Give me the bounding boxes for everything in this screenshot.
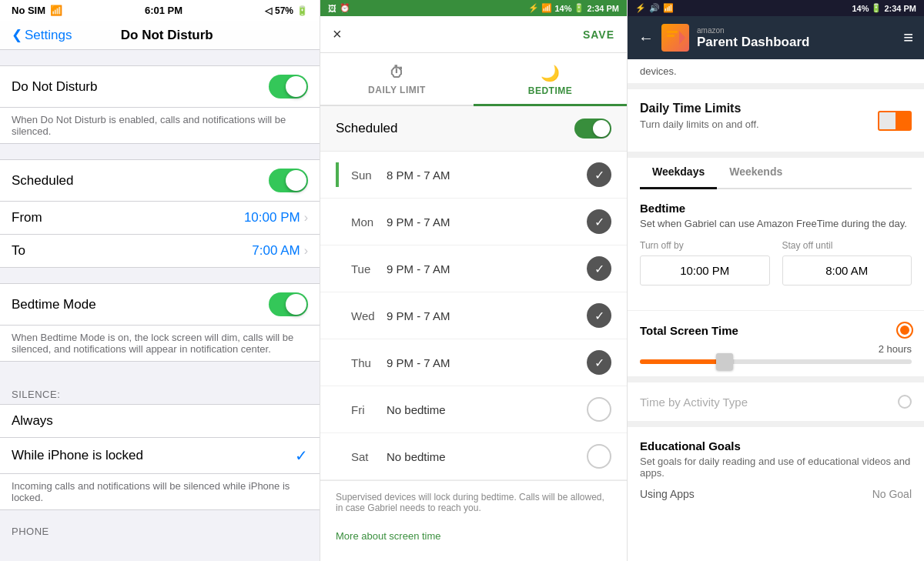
- amazon-bedtime-sub: Set when Gabriel can use Amazon FreeTime…: [640, 218, 912, 229]
- android-status-bar: 🖼 ⏰ ⚡ 📶 14% 🔋 2:34 PM: [320, 0, 627, 16]
- schedule-panel: 🖼 ⏰ ⚡ 📶 14% 🔋 2:34 PM × SAVE ⏱ DAILY LIM…: [320, 0, 628, 561]
- stay-off-value[interactable]: 8:00 AM: [782, 255, 912, 286]
- amazon-battery-percent: 14%: [852, 4, 869, 13]
- dnd-toggle[interactable]: [269, 75, 308, 99]
- schedule-row-sun[interactable]: Sun 8 PM - 7 AM ✓: [320, 152, 627, 199]
- scheduled-label: Scheduled: [12, 173, 73, 189]
- ios-nav-title: Do Not Disturb: [25, 28, 308, 43]
- daily-limits-text: Daily Time Limits Turn daily limits on a…: [640, 102, 759, 139]
- bedtime-times-row: Turn off by 10:00 PM Stay off until 8:00…: [640, 240, 912, 286]
- sat-label: Sat: [351, 450, 374, 463]
- android-clock-icon: ⏰: [340, 3, 350, 13]
- amazon-status-bar: ⚡ 🔊 📶 14% 🔋 2:34 PM: [628, 0, 924, 16]
- screen-time-radio[interactable]: [898, 323, 912, 337]
- svg-rect-1: [667, 35, 675, 37]
- tab-bedtime[interactable]: 🌙 BEDTIME: [474, 53, 627, 106]
- schedule-close-button[interactable]: ×: [333, 25, 342, 43]
- android-signal-icon: 📶: [541, 3, 552, 13]
- phone-header: PHONE: [0, 510, 320, 541]
- silence-always-cell[interactable]: Always: [0, 404, 320, 437]
- thu-check[interactable]: ✓: [587, 350, 611, 375]
- amazon-title-top: amazon: [697, 26, 896, 35]
- schedule-row-tue[interactable]: Tue 9 PM - 7 AM ✓: [320, 245, 627, 292]
- screen-time-slider-thumb[interactable]: [716, 353, 733, 370]
- sat-check-circle[interactable]: [587, 444, 611, 469]
- edu-sub: Set goals for daily reading and use of e…: [640, 456, 912, 479]
- sun-label: Sun: [351, 169, 374, 182]
- schedule-row-wed[interactable]: Wed 9 PM - 7 AM ✓: [320, 292, 627, 339]
- android-photo-icon: 🖼: [328, 4, 336, 13]
- tab-weekends[interactable]: Weekends: [717, 158, 795, 188]
- fri-check-circle[interactable]: [587, 397, 611, 422]
- android-battery-percent: 14%: [554, 4, 571, 13]
- to-cell[interactable]: To 7:00 AM ›: [0, 234, 320, 268]
- amazon-time: 2:34 PM: [884, 4, 916, 13]
- ios-status-right: ◁ 57% 🔋: [265, 5, 308, 16]
- from-right: 10:00 PM ›: [244, 210, 308, 225]
- silence-locked-description: Incoming calls and notifications will be…: [0, 473, 320, 510]
- schedule-note: Supervised devices will lock during bedt…: [320, 480, 627, 524]
- bedtime-mode-toggle[interactable]: [269, 292, 308, 316]
- bedtime-tab-icon: 🌙: [541, 64, 561, 82]
- ios-carrier: No SIM: [12, 5, 45, 16]
- screen-time-slider-track: [640, 359, 912, 364]
- amazon-title-block: amazon Parent Dashboard: [697, 26, 896, 50]
- bedtime-mode-cell: Bedtime Mode: [0, 283, 320, 325]
- tue-check[interactable]: ✓: [587, 256, 611, 281]
- schedule-row-mon[interactable]: Mon 9 PM - 7 AM ✓: [320, 199, 627, 245]
- schedule-day-list: Sun 8 PM - 7 AM ✓ Mon 9 PM - 7 AM ✓ Tue …: [320, 152, 627, 561]
- thu-time: 9 PM - 7 AM: [387, 356, 574, 369]
- scheduled-toggle[interactable]: [269, 169, 308, 192]
- svg-rect-0: [667, 31, 678, 33]
- scheduled-android-toggle[interactable]: [574, 119, 611, 139]
- amazon-bt-icon: ⚡: [635, 3, 646, 13]
- screen-time-title: Total Screen Time: [640, 324, 738, 337]
- wed-label: Wed: [351, 309, 374, 322]
- tue-time: 9 PM - 7 AM: [387, 262, 574, 275]
- silence-locked-label: While iPhone is locked: [12, 448, 143, 463]
- amazon-back-button[interactable]: ←: [638, 29, 654, 47]
- daily-limits-toggle[interactable]: [878, 111, 912, 131]
- schedule-save-button[interactable]: SAVE: [583, 28, 614, 41]
- silence-check-icon: ✓: [295, 446, 308, 465]
- turn-off-value[interactable]: 10:00 PM: [640, 255, 770, 286]
- tab-daily-limit[interactable]: ⏱ DAILY LIMIT: [320, 53, 474, 105]
- schedule-row-thu[interactable]: Thu 9 PM - 7 AM ✓: [320, 339, 627, 386]
- from-cell[interactable]: From 10:00 PM ›: [0, 201, 320, 234]
- activity-title: Time by Activity Type: [640, 396, 748, 409]
- stay-off-block: Stay off until 8:00 AM: [782, 240, 912, 286]
- dnd-label: Do Not Disturb: [12, 79, 97, 95]
- wed-check[interactable]: ✓: [587, 303, 611, 328]
- sun-accent: [336, 162, 339, 187]
- to-label: To: [12, 243, 25, 259]
- sun-check[interactable]: ✓: [587, 162, 611, 187]
- amazon-status-right: 14% 🔋 2:34 PM: [852, 3, 916, 13]
- tab-weekdays[interactable]: Weekdays: [640, 158, 717, 189]
- edu-apps-row: Using Apps No Goal: [640, 488, 912, 500]
- amazon-logo: [661, 24, 689, 52]
- schedule-row-fri[interactable]: Fri No bedtime: [320, 386, 627, 433]
- amazon-day-tabs: Weekdays Weekends: [640, 158, 912, 189]
- mon-check[interactable]: ✓: [587, 209, 611, 234]
- activity-radio[interactable]: [898, 395, 912, 409]
- amazon-bedtime-section: Bedtime Set when Gabriel can use Amazon …: [640, 202, 912, 310]
- activity-section: Time by Activity Type: [628, 382, 924, 427]
- mon-time: 9 PM - 7 AM: [387, 215, 574, 229]
- scheduled-row: Scheduled: [320, 106, 627, 152]
- ios-wifi-icon: 📶: [50, 5, 62, 16]
- educational-goals-section: Educational Goals Set goals for daily re…: [628, 427, 924, 513]
- turn-off-block: Turn off by 10:00 PM: [640, 240, 770, 286]
- schedule-row-sat[interactable]: Sat No bedtime: [320, 433, 627, 480]
- screen-time-section: Total Screen Time 2 hours: [628, 311, 924, 382]
- sun-time: 8 PM - 7 AM: [387, 169, 574, 182]
- ios-location-icon: ◁: [265, 5, 272, 16]
- stay-off-label: Stay off until: [782, 240, 912, 251]
- amazon-battery-icon: 🔋: [871, 3, 882, 13]
- silence-locked-cell[interactable]: While iPhone is locked ✓: [0, 437, 320, 473]
- amazon-header: ← amazon Parent Dashboard ≡: [628, 16, 924, 59]
- amazon-menu-button[interactable]: ≡: [903, 28, 913, 48]
- to-value: 7:00 AM: [252, 243, 300, 259]
- more-screen-time-link[interactable]: More about screen time: [320, 524, 627, 548]
- dnd-description: When Do Not Disturb is enabled, calls an…: [0, 107, 320, 144]
- silence-header: SILENCE:: [0, 377, 320, 404]
